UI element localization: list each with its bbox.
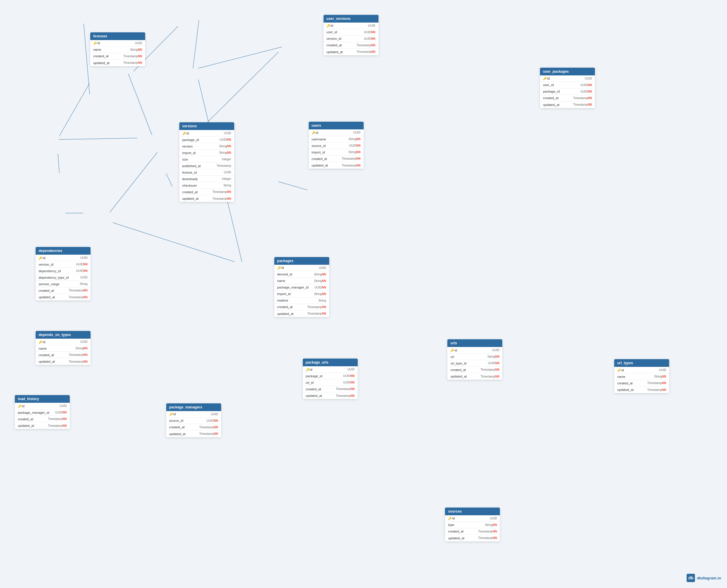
- svg-line-11: [166, 174, 172, 186]
- table-row: usernameStringNN: [309, 136, 364, 143]
- field-type: Integer: [222, 158, 231, 161]
- field-name: updated_at: [277, 312, 305, 316]
- pk-icon: 🔑: [169, 413, 173, 416]
- field-name: 🔑id: [448, 517, 487, 520]
- field-nn: NN: [214, 426, 218, 429]
- field-type: UUID: [343, 374, 350, 378]
- field-type: Timestamp: [199, 432, 214, 436]
- field-type: String: [314, 279, 322, 282]
- field-name: updated_at: [39, 360, 66, 363]
- table-body-package_urls: 🔑idUUIDpackage_idUUIDNNurl_idUUIDNNcreat…: [303, 366, 358, 399]
- field-name: derived_id: [277, 272, 312, 276]
- field-type: UUID: [349, 144, 356, 147]
- field-name: import_id: [312, 150, 346, 154]
- field-name: 🔑id: [312, 131, 351, 134]
- table-row: dependency_type_idUUID: [36, 274, 90, 281]
- field-name: updated_at: [543, 103, 570, 107]
- table-row: 🔑idUUID: [445, 515, 500, 522]
- field-name: 🔑id: [543, 77, 582, 80]
- field-name: package_manager_id: [277, 286, 312, 289]
- field-type: Timestamp: [123, 61, 138, 64]
- field-type: UUID: [80, 256, 87, 259]
- table-row: readmeString: [274, 297, 329, 304]
- table-header-dependencies: dependencies: [36, 247, 90, 255]
- field-name: package_id: [306, 374, 341, 378]
- field-type: Timestamp: [647, 381, 662, 385]
- table-row: version_idUUIDNN: [324, 36, 378, 42]
- table-row: nameStringNN: [36, 345, 90, 352]
- field-name: updated_at: [18, 424, 45, 427]
- field-name: created_at: [543, 96, 570, 100]
- svg-line-3: [198, 47, 282, 68]
- table-header-urls: urls: [448, 339, 502, 347]
- field-name: source_id: [312, 144, 347, 148]
- field-type: Timestamp: [48, 424, 62, 427]
- table-row: source_idUUIDNN: [166, 418, 221, 424]
- table-licenses: licenses🔑idUUIDnameStringNNcreated_atTim…: [90, 33, 145, 66]
- table-depends_on_types: depends_on_types🔑idUUIDnameStringNNcreat…: [36, 331, 90, 365]
- table-row: version_idUUIDNN: [36, 261, 90, 268]
- field-name: name: [39, 347, 73, 350]
- table-row: updated_atTimestampNN: [614, 386, 669, 393]
- field-type: String: [219, 145, 227, 148]
- table-body-users: 🔑idUUIDusernameStringNNsource_idUUIDNNim…: [309, 129, 364, 169]
- field-name: version_id: [39, 263, 74, 266]
- field-name: size: [182, 158, 220, 161]
- field-name: updated_at: [327, 50, 354, 54]
- field-nn: NN: [588, 97, 592, 100]
- field-type: UUID: [80, 340, 87, 343]
- field-type: UUID: [580, 83, 587, 87]
- pk-icon: 🔑: [617, 369, 621, 372]
- field-name: import_id: [277, 292, 312, 296]
- field-type: Timestamp: [481, 375, 495, 378]
- table-row: nameStringNN: [274, 278, 329, 285]
- field-name: 🔑id: [93, 41, 133, 45]
- table-row: derived_idStringNN: [274, 271, 329, 278]
- field-type: UUID: [353, 131, 360, 134]
- table-url_types: url_types🔑idUUIDnameStringNNcreated_atTi…: [614, 359, 669, 393]
- field-name: 🔑id: [39, 256, 78, 260]
- table-row: nameStringNN: [614, 373, 669, 380]
- field-type: UUID: [490, 517, 497, 520]
- field-nn: NN: [83, 296, 87, 299]
- field-nn: NN: [493, 523, 497, 527]
- field-nn: NN: [371, 37, 375, 40]
- table-header-user_versions: user_versions: [324, 15, 378, 23]
- field-nn: NN: [662, 381, 666, 385]
- field-name: type: [448, 523, 482, 527]
- table-row: updated_atTimestampNN: [36, 294, 90, 300]
- svg-line-1: [193, 20, 199, 68]
- field-name: 🔑id: [169, 412, 209, 416]
- field-name: updated_at: [617, 388, 645, 392]
- table-row: updated_atTimestampNN: [15, 422, 70, 429]
- field-type: UUID: [488, 361, 495, 365]
- field-type: Timestamp: [478, 530, 493, 533]
- pk-icon: 🔑: [306, 368, 309, 371]
- field-nn: NN: [350, 374, 354, 378]
- field-nn: NN: [138, 61, 142, 64]
- field-type: Timestamp: [356, 44, 371, 47]
- field-nn: NN: [83, 353, 87, 356]
- field-type: String: [80, 282, 88, 286]
- field-nn: NN: [350, 387, 354, 391]
- field-nn: NN: [588, 90, 592, 93]
- field-name: created_at: [93, 54, 121, 58]
- pk-icon: 🔑: [543, 77, 546, 80]
- pk-icon: 🔑: [182, 132, 186, 135]
- field-type: Timestamp: [478, 537, 493, 540]
- field-type: UUID: [207, 419, 214, 422]
- table-row: updated_atTimestampNN: [179, 195, 234, 202]
- field-name: created_at: [306, 387, 333, 391]
- field-type: Timestamp: [68, 289, 83, 292]
- svg-line-8: [58, 154, 59, 173]
- field-type: UUID: [364, 30, 371, 34]
- field-type: UUID: [315, 286, 322, 289]
- field-type: Timestamp: [307, 312, 322, 315]
- table-body-user_packages: 🔑idUUIDuser_idUUIDNNpackage_idUUIDNNcrea…: [540, 76, 595, 108]
- field-nn: NN: [63, 417, 67, 421]
- table-row: created_atTimestampNN: [448, 366, 502, 373]
- table-row: license_idUUID: [179, 169, 234, 176]
- table-header-package_managers: package_managers: [166, 403, 221, 411]
- table-row: package_idUUIDNN: [540, 88, 595, 95]
- field-type: Timestamp: [68, 353, 83, 356]
